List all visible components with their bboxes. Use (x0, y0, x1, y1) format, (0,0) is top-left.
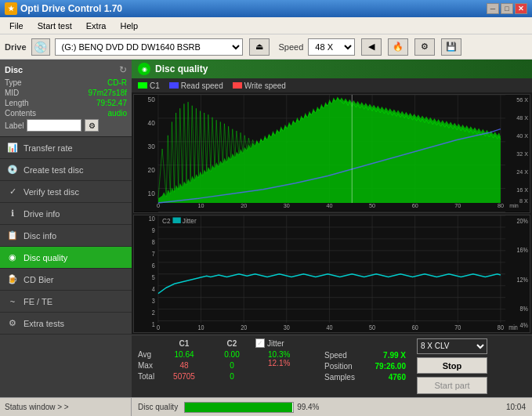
title-bar: ★ Opti Drive Control 1.70 ─ □ ✕ (0, 0, 532, 17)
stats-total-label: Total (136, 371, 160, 382)
status-disc-quality: Disc quality 99.4% (132, 402, 326, 413)
sidebar-item-label: Disc info (24, 231, 56, 241)
disc-type-label: Type (5, 78, 22, 87)
disc-contents-row: Contents audio (5, 109, 127, 118)
c1-chart: 50 40 30 20 10 0 10 20 30 40 50 60 70 80… (133, 94, 530, 213)
disc-quality-icon: ◉ (6, 251, 19, 264)
disc-info-icon: 📋 (6, 230, 19, 242)
menu-extra[interactable]: Extra (80, 20, 113, 32)
legend-c1: C1 (138, 81, 160, 90)
sidebar-item-transfer-rate[interactable]: 📊 Transfer rate (0, 137, 132, 159)
jitter-label: Jitter (267, 339, 284, 348)
status-time: 10:04 (506, 403, 532, 411)
status-window-button[interactable]: Status window > > (0, 398, 132, 416)
samples-label: Samples (324, 373, 355, 382)
svg-text:56 X: 56 X (516, 96, 528, 103)
svg-text:20%: 20% (517, 217, 528, 225)
svg-text:24 X: 24 X (516, 168, 528, 175)
disc-contents-value: audio (108, 109, 127, 118)
speed-label: Speed (324, 351, 347, 360)
svg-text:32 X: 32 X (516, 150, 528, 157)
disc-label-row: Label ⚙ (5, 119, 127, 132)
sidebar-item-disc-quality[interactable]: ◉ Disc quality (0, 247, 132, 269)
svg-text:20: 20 (148, 165, 155, 174)
sidebar-item-drive-info[interactable]: ℹ Drive info (0, 203, 132, 225)
transfer-rate-icon: 📊 (6, 142, 19, 154)
speed-select[interactable]: 48 X (308, 38, 355, 56)
settings-button[interactable]: ⚙ (414, 38, 435, 56)
content-area: ◉ Disc quality C1 Read speed Write speed (132, 60, 532, 397)
clv-select[interactable]: 8 X CLV (417, 338, 487, 354)
sidebar-item-disc-info[interactable]: 📋 Disc info (0, 225, 132, 247)
svg-text:30: 30 (148, 143, 155, 151)
sidebar-item-label: Drive info (24, 209, 60, 219)
stats-avg-c1: 10.64 (161, 349, 208, 360)
disc-type-row: Type CD-R (5, 78, 127, 87)
menu-start-test[interactable]: Start test (31, 20, 78, 32)
svg-text:40: 40 (326, 324, 333, 331)
stop-button[interactable]: Stop (417, 357, 487, 374)
drive-bar: Drive 💿 (G:) BENQ DVD DD DW1640 BSRB ⏏ S… (0, 34, 532, 60)
menu-help[interactable]: Help (114, 20, 144, 32)
jitter-section: ✓ Jitter 10.3% 12.1% (255, 335, 318, 397)
samples-row: Samples 4760 (324, 373, 406, 382)
save-button[interactable]: 💾 (441, 38, 461, 56)
svg-text:10: 10 (198, 324, 205, 331)
disc-length-value: 79:52.47 (96, 99, 127, 107)
minimize-button[interactable]: ─ (487, 3, 499, 14)
drive-select[interactable]: (G:) BENQ DVD DD DW1640 BSRB (55, 38, 243, 56)
legend-write-color (233, 82, 242, 89)
svg-text:3: 3 (152, 297, 156, 305)
cd-bier-icon: 🍺 (6, 273, 19, 286)
stats-total-c2: 0 (208, 371, 255, 382)
stats-max-jitter: 12.1% (255, 359, 315, 367)
svg-text:8 X: 8 X (519, 197, 528, 204)
sidebar-item-verify-test-disc[interactable]: ✓ Verify test disc (0, 181, 132, 203)
main-area: Disc ↻ Type CD-R MID 97m27s18f Length 79… (0, 60, 532, 397)
legend-c1-color (138, 82, 147, 89)
eject-button[interactable]: ⏏ (249, 38, 270, 56)
disc-quality-icon-header: ◉ (138, 63, 150, 75)
position-value: 79:26.00 (375, 362, 406, 371)
svg-text:6: 6 (152, 262, 156, 269)
stats-avg-jitter: 10.3% (255, 350, 315, 359)
app-title: Opti Drive Control 1.70 (20, 3, 122, 14)
sidebar-item-cd-bier[interactable]: 🍺 CD Bier (0, 269, 132, 291)
disc-panel-header: Disc ↻ (5, 64, 127, 75)
menu-file[interactable]: File (3, 20, 30, 32)
progress-text: 99.4% (297, 403, 319, 411)
svg-text:4%: 4% (520, 321, 528, 329)
sidebar-item-fe-te[interactable]: ~ FE / TE (0, 291, 132, 313)
stats-bar: C1 C2 Avg 10.64 0.00 Max 48 0 Total 5070… (132, 335, 532, 397)
prev-button[interactable]: ◀ (361, 38, 382, 56)
svg-text:5: 5 (152, 273, 156, 281)
start-part-button[interactable]: Start part (417, 377, 487, 394)
disc-label-input[interactable] (27, 119, 81, 132)
drive-label: Drive (5, 42, 27, 52)
control-panel: 8 X CLV Stop Start part (412, 335, 492, 397)
extra-tests-icon: ⚙ (6, 317, 19, 330)
burn-button[interactable]: 🔥 (388, 38, 408, 56)
svg-text:Jitter: Jitter (183, 216, 197, 225)
stats-max-label: Max (136, 360, 160, 371)
create-test-disc-icon: 💿 (6, 164, 19, 176)
disc-quality-title: Disc quality (155, 63, 208, 74)
disc-refresh-button[interactable]: ↻ (119, 64, 127, 75)
sidebar-item-extra-tests[interactable]: ⚙ Extra tests (0, 313, 132, 335)
close-button[interactable]: ✕ (515, 3, 527, 14)
progress-bar-outer (184, 402, 294, 413)
svg-text:70: 70 (454, 324, 461, 331)
maximize-button[interactable]: □ (501, 3, 513, 14)
sidebar-item-create-test-disc[interactable]: 💿 Create test disc (0, 159, 132, 181)
verify-test-disc-icon: ✓ (6, 186, 19, 198)
disc-label-button[interactable]: ⚙ (85, 119, 99, 132)
legend-write-speed: Write speed (233, 81, 286, 90)
disc-quality-header: ◉ Disc quality (132, 60, 532, 78)
jitter-checkbox[interactable]: ✓ (255, 338, 265, 348)
title-bar-left: ★ Opti Drive Control 1.70 (5, 2, 122, 15)
disc-length-label: Length (5, 99, 29, 107)
progress-bar-inner (185, 403, 292, 412)
svg-text:1: 1 (152, 320, 156, 328)
charts-container: 50 40 30 20 10 0 10 20 30 40 50 60 70 80… (132, 92, 532, 335)
c2-jitter-chart: 10 9 8 7 6 5 4 3 2 1 0 10 20 30 40 50 (133, 215, 530, 334)
